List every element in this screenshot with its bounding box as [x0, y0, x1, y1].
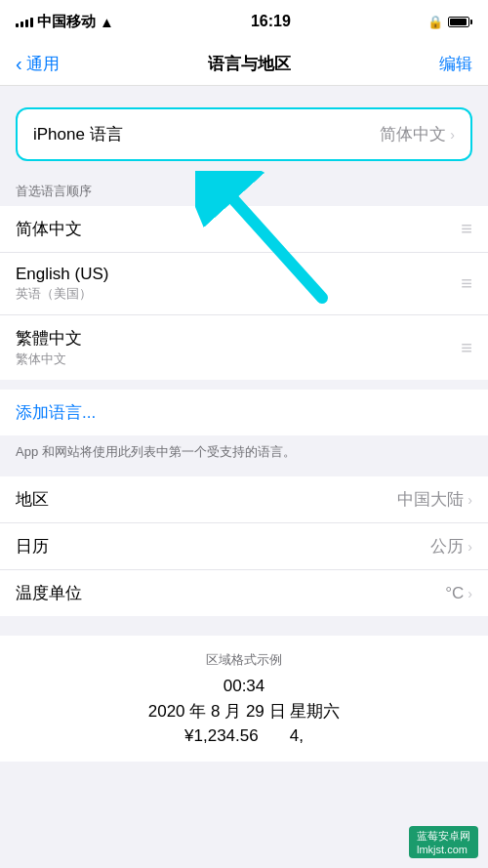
list-item[interactable]: 简体中文 ≡ [0, 206, 488, 253]
calendar-value: 公历 [430, 535, 464, 558]
main-content: iPhone 语言 简体中文 › 首选语言顺序 简体中文 ≡ English (… [0, 86, 488, 773]
drag-handle: ≡ [461, 272, 472, 295]
lock-icon: 🔒 [427, 15, 443, 29]
temperature-row[interactable]: 温度单位 °C › [0, 570, 488, 616]
format-example-section: 区域格式示例 00:34 2020 年 8 月 29 日 星期六 ¥1,234.… [0, 636, 488, 762]
watermark: 蓝莓安卓网 lmkjst.com [409, 826, 478, 858]
iphone-language-current: 简体中文 [380, 123, 446, 145]
language-name: English (US) [16, 265, 108, 284]
format-number: 4, [290, 726, 304, 746]
iphone-language-row[interactable]: iPhone 语言 简体中文 › [18, 109, 470, 159]
language-list: 简体中文 ≡ English (US) 英语（美国） ≡ 繁體中文 繁体中文 ≡ [0, 206, 488, 380]
format-time: 00:34 [16, 677, 472, 696]
format-date: 2020 年 8 月 29 日 星期六 [16, 700, 472, 723]
page-title: 语言与地区 [208, 53, 291, 75]
temperature-label: 温度单位 [16, 582, 82, 604]
format-numbers: ¥1,234.56 4, [16, 726, 472, 746]
back-label: 通用 [26, 53, 60, 75]
temperature-value: °C [445, 584, 464, 603]
drag-handle: ≡ [461, 218, 472, 240]
region-row[interactable]: 地区 中国大陆 › [0, 476, 488, 523]
battery-icon [448, 17, 472, 27]
carrier-label: 中国移动 [37, 13, 96, 31]
calendar-label: 日历 [16, 535, 49, 558]
status-bar: 中国移动 ▲ 16:19 🔒 [0, 0, 488, 43]
signal-icon [16, 16, 33, 27]
chevron-right-icon: › [468, 539, 472, 555]
language-name: 简体中文 [16, 218, 82, 240]
status-time: 16:19 [251, 13, 291, 30]
helper-text: App 和网站将使用此列表中第一个受支持的语言。 [0, 435, 488, 476]
add-language-button[interactable]: 添加语言... [0, 390, 488, 435]
preferred-section-label: 首选语言顺序 [0, 177, 488, 206]
nav-bar: ‹ 通用 语言与地区 编辑 [0, 43, 488, 86]
language-sub: 繁体中文 [16, 351, 82, 368]
chevron-right-icon: › [468, 586, 472, 601]
iphone-language-value: 简体中文 › [380, 123, 455, 145]
watermark-text: 蓝莓安卓网 [417, 830, 470, 842]
list-item[interactable]: 繁體中文 繁体中文 ≡ [0, 315, 488, 380]
list-item[interactable]: English (US) 英语（美国） ≡ [0, 253, 488, 315]
language-name: 繁體中文 [16, 327, 82, 350]
edit-button[interactable]: 编辑 [439, 53, 472, 75]
status-bar-left: 中国移动 ▲ [16, 13, 114, 31]
back-button[interactable]: ‹ 通用 [16, 53, 60, 75]
chevron-right-icon: › [468, 492, 472, 508]
format-currency: ¥1,234.56 [184, 726, 259, 746]
chevron-left-icon: ‹ [16, 53, 22, 75]
watermark-url: lmkjst.com [417, 844, 468, 855]
region-value: 中国大陆 [397, 488, 464, 511]
chevron-right-icon: › [450, 127, 455, 143]
iphone-language-label: iPhone 语言 [33, 123, 123, 145]
drag-handle: ≡ [461, 337, 472, 359]
settings-section: 地区 中国大陆 › 日历 公历 › 温度单位 °C › [0, 476, 488, 616]
format-title: 区域格式示例 [16, 651, 472, 669]
region-label: 地区 [16, 488, 49, 511]
iphone-language-section[interactable]: iPhone 语言 简体中文 › [16, 107, 472, 161]
language-sub: 英语（美国） [16, 285, 108, 303]
wifi-icon: ▲ [100, 14, 114, 30]
calendar-row[interactable]: 日历 公历 › [0, 523, 488, 570]
status-bar-right: 🔒 [427, 15, 472, 29]
